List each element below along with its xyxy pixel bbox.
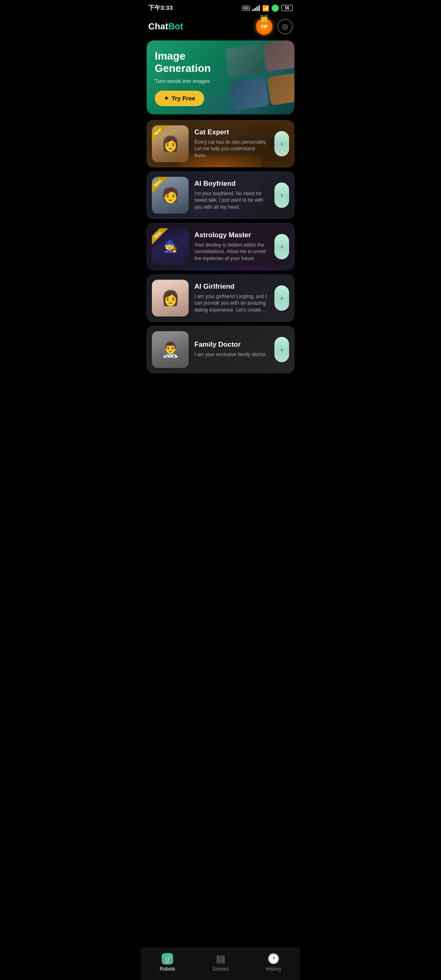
bot-card-cat-expert[interactable]: 👩 New Cat Expert Every cat has its own p…: [147, 120, 294, 167]
bot-card-ai-girlfriend[interactable]: 👩 AI Girlfriend I am your girlfriend Lin…: [147, 274, 294, 322]
vip-crown-icon: VIP: [256, 18, 272, 35]
chevron-astro[interactable]: ›: [274, 234, 289, 259]
status-time: 下午3:33: [148, 4, 173, 12]
chevron-doctor[interactable]: ›: [274, 337, 289, 362]
bot-desc-cat: Every cat has its own personality. Let m…: [194, 139, 269, 159]
image-generation-banner[interactable]: Image Generation Turn words into images …: [147, 40, 294, 114]
avatar-ai-boyfriend: 🧑 New: [152, 177, 189, 214]
bot-card-astrology-master[interactable]: 🧙 New Astrology Master Your destiny is h…: [147, 223, 294, 270]
portrait-gf: 👩: [152, 280, 189, 316]
settings-button[interactable]: ◎: [277, 19, 293, 34]
bot-name-gf: AI Girlfriend: [194, 283, 269, 291]
chevron-cat[interactable]: ›: [274, 131, 289, 156]
app-title: ChatBot: [148, 21, 183, 32]
bot-info-cat: Cat Expert Every cat has its own persona…: [194, 128, 269, 159]
bot-name-bf: AI Boyfriend: [194, 180, 269, 188]
avatar-ai-girlfriend: 👩: [152, 280, 189, 316]
signal-bars-icon: [252, 5, 260, 11]
bot-desc-astro: Your destiny is hidden within the conste…: [194, 242, 269, 262]
try-free-button[interactable]: ✦ Try Free: [155, 91, 204, 106]
bot-name-astro: Astrology Master: [194, 231, 269, 239]
header: ChatBot VIP ◎: [141, 14, 300, 40]
avatar-cat-expert: 👩 New: [152, 125, 189, 162]
bot-info-bf: AI Boyfriend I'm your boyfriend. No need…: [194, 180, 269, 211]
bot-desc-bf: I'm your boyfriend. No need for sweet ta…: [194, 190, 269, 211]
bot-list: 👩 New Cat Expert Every cat has its own p…: [141, 120, 300, 373]
bot-name-doctor: Family Doctor: [194, 341, 269, 349]
bot-card-ai-boyfriend[interactable]: 🧑 New AI Boyfriend I'm your boyfriend. N…: [147, 172, 294, 219]
bot-desc-gf: I am your girlfriend Lingling, and I can…: [194, 293, 269, 314]
banner-subtitle: Turn words into images: [155, 78, 286, 84]
bot-desc-doctor: I am your exclusive family doctor.: [194, 351, 269, 358]
gear-icon: ◎: [282, 22, 288, 31]
bot-info-doctor: Family Doctor I am your exclusive family…: [194, 341, 269, 358]
hd-badge: HD: [242, 6, 250, 11]
battery-icon: 56: [281, 5, 293, 11]
glow-purple: [230, 266, 279, 270]
title-chat: Chat: [148, 21, 168, 31]
avatar-family-doctor: 👨‍⚕️: [152, 331, 189, 368]
status-bar: 下午3:33 HD 📶 ↓ 56: [141, 0, 300, 14]
banner-title: Image Generation: [155, 50, 286, 75]
title-bot: Bot: [168, 21, 183, 31]
wifi-icon: 📶: [262, 5, 269, 11]
avatar-astrology-master: 🧙 New: [152, 228, 189, 265]
bot-card-family-doctor[interactable]: 👨‍⚕️ Family Doctor I am your exclusive f…: [147, 326, 294, 373]
chevron-bf[interactable]: ›: [274, 183, 289, 208]
vip-button[interactable]: VIP: [255, 18, 273, 36]
banner-content: Image Generation Turn words into images …: [155, 50, 286, 106]
portrait-doctor: 👨‍⚕️: [152, 331, 189, 368]
bot-name-cat: Cat Expert: [194, 128, 269, 136]
header-icons: VIP ◎: [255, 18, 293, 36]
glow-blue: [176, 266, 238, 270]
bot-info-astro: Astrology Master Your destiny is hidden …: [194, 231, 269, 262]
bot-info-gf: AI Girlfriend I am your girlfriend Lingl…: [194, 283, 269, 314]
wand-icon: ✦: [164, 95, 169, 102]
chevron-gf[interactable]: ›: [274, 285, 289, 311]
status-icons: HD 📶 ↓ 56: [242, 4, 293, 12]
download-icon: ↓: [272, 4, 279, 12]
